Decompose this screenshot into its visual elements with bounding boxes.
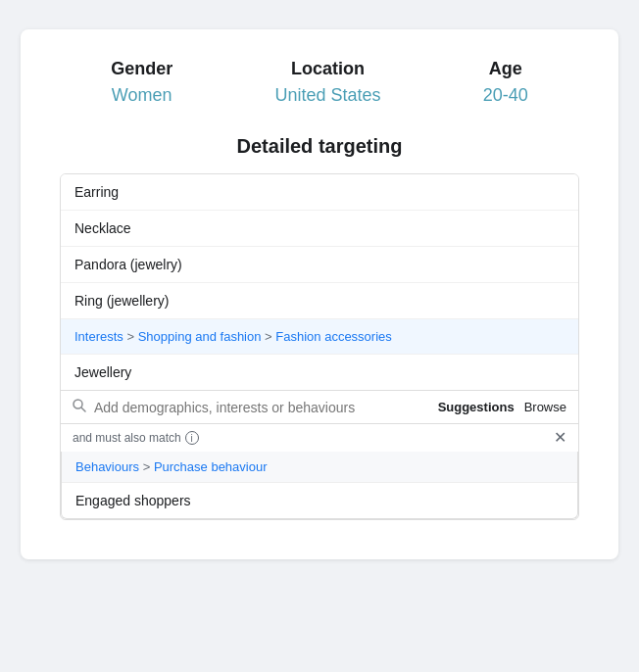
location-label: Location xyxy=(274,59,380,79)
location-value: United States xyxy=(274,85,380,106)
search-bar: Suggestions Browse xyxy=(61,390,578,424)
svg-line-1 xyxy=(81,408,85,411)
gender-label: Gender xyxy=(111,59,172,79)
must-match-box: Behaviours > Purchase behaviour Engaged … xyxy=(61,452,578,519)
search-input[interactable] xyxy=(94,400,438,415)
breadcrumb-row: Interests > Shopping and fashion > Fashi… xyxy=(74,329,565,344)
list-item-breadcrumb-row[interactable]: Interests > Shopping and fashion > Fashi… xyxy=(61,319,578,355)
behaviours-link[interactable]: Behaviours xyxy=(75,459,139,474)
age-label: Age xyxy=(483,59,528,79)
gender-item: Gender Women xyxy=(111,59,172,106)
list-item[interactable]: Earring xyxy=(61,174,578,211)
and-must-match-row: and must also match i ✕ xyxy=(61,424,578,452)
list-item[interactable]: Pandora (jewelry) xyxy=(61,247,578,283)
age-item: Age 20-40 xyxy=(483,59,528,106)
age-value: 20-40 xyxy=(483,85,528,106)
detailed-targeting-title: Detailed targeting xyxy=(60,135,579,158)
close-icon[interactable]: ✕ xyxy=(554,430,566,446)
targeting-box: Earring Necklace Pandora (jewelry) Ring … xyxy=(60,173,579,520)
must-match-breadcrumb: Behaviours > Purchase behaviour xyxy=(62,452,577,483)
must-breadcrumb-sep: > xyxy=(139,459,154,474)
list-item[interactable]: Jewellery xyxy=(61,355,578,390)
and-must-label: and must also match i xyxy=(73,431,199,445)
search-actions: Suggestions Browse xyxy=(438,400,566,414)
suggestions-button[interactable]: Suggestions xyxy=(438,400,515,414)
breadcrumb-sep1: > xyxy=(123,329,138,344)
breadcrumb-sep2: > xyxy=(261,329,275,344)
info-icon[interactable]: i xyxy=(185,431,199,445)
svg-point-0 xyxy=(74,400,82,408)
breadcrumb-fashion-accessories[interactable]: Fashion accessories xyxy=(275,329,392,344)
gender-value: Women xyxy=(111,85,172,106)
browse-button[interactable]: Browse xyxy=(524,400,566,414)
list-item[interactable]: Ring (jewellery) xyxy=(61,283,578,319)
breadcrumb-shopping[interactable]: Shopping and fashion xyxy=(138,329,262,344)
location-item: Location United States xyxy=(274,59,380,106)
targeting-list[interactable]: Earring Necklace Pandora (jewelry) Ring … xyxy=(61,174,578,390)
list-item[interactable]: Necklace xyxy=(61,211,578,247)
search-icon xyxy=(73,399,86,415)
main-container: Gender Women Location United States Age … xyxy=(21,29,618,559)
demographics-row: Gender Women Location United States Age … xyxy=(60,59,579,106)
engaged-shoppers-item: Engaged shoppers xyxy=(62,483,577,518)
purchase-behaviour-link[interactable]: Purchase behaviour xyxy=(154,459,268,474)
breadcrumb-interests[interactable]: Interests xyxy=(74,329,123,344)
